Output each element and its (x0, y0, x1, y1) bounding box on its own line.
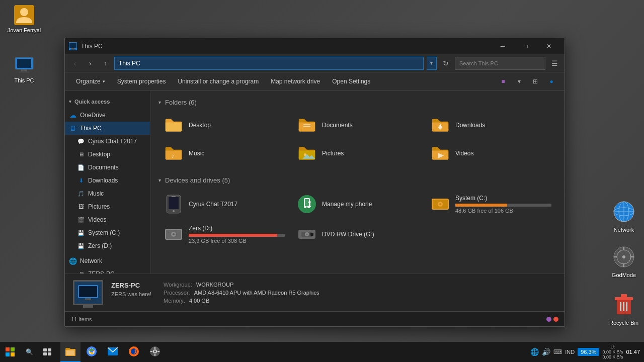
options-button[interactable]: ● (544, 74, 558, 88)
sidebar-quick-access[interactable]: ▾ Quick access (65, 95, 150, 109)
folders-toggle[interactable]: ▾ (158, 100, 161, 105)
folder-item-videos[interactable]: Videos (425, 140, 556, 166)
desktop-icon-this-pc[interactable]: This PC (4, 55, 44, 83)
device-system-c[interactable]: System (C:) 48,6 GB free of 106 GB (425, 190, 556, 218)
uninstall-button[interactable]: Uninstall or change a program (173, 74, 264, 88)
forward-button[interactable]: › (84, 57, 96, 69)
status-dot-1 (546, 317, 551, 322)
back-button[interactable]: ‹ (69, 57, 81, 69)
cyrus-icon: 💬 (77, 137, 85, 145)
sidebar-music-label: Music (88, 190, 104, 197)
open-settings-button[interactable]: Open Settings (327, 74, 375, 88)
sidebar-item-cyrus[interactable]: 💬 Cyrus Chat T2017 (65, 135, 150, 148)
svg-point-47 (439, 203, 441, 205)
taskbar-search-button[interactable]: 🔍 (20, 342, 38, 362)
device-cyrus-chat[interactable]: Cyrus Chat T2017 (158, 190, 290, 218)
search-placeholder: Search This PC (459, 60, 498, 66)
videos-folder-icon (430, 144, 450, 162)
zers-d-bar (189, 234, 277, 237)
quick-access-toggle: ▾ (69, 99, 71, 104)
sysinfo-computer-name-row: ZERS-PC ZERS was here! (111, 282, 151, 304)
address-dropdown[interactable]: ▾ (427, 57, 437, 70)
dvd-drive-name: DVD RW Drive (G:) (322, 231, 418, 238)
sidebar-item-system-c[interactable]: 💾 System (C:) (65, 226, 150, 239)
sidebar-item-desktop[interactable]: 🖥 Desktop (65, 148, 150, 161)
folder-item-downloads[interactable]: Downloads (425, 112, 556, 138)
svg-rect-20 (621, 294, 627, 297)
manage-phone-icon (297, 194, 317, 214)
sidebar-item-documents[interactable]: 📄 Documents (65, 161, 150, 174)
address-bar: ‹ › ↑ This PC ▾ ↻ Search This PC ☰ (65, 54, 565, 72)
memory-value: 4,00 GB (189, 298, 209, 304)
svg-text:♪: ♪ (172, 152, 175, 159)
sidebar-item-downloads[interactable]: ⬇ Downloads (65, 174, 150, 187)
device-zers-d[interactable]: Zers (D:) 23,9 GB free of 308 GB (158, 220, 290, 248)
this-pc-icon (14, 55, 34, 75)
sidebar-item-network[interactable]: 🌐 Network (65, 254, 150, 267)
devices-toggle[interactable]: ▾ (158, 177, 161, 183)
taskbar-mail[interactable] (103, 342, 123, 362)
device-manage-phone[interactable]: Manage my phone (292, 190, 423, 218)
taskbar-settings[interactable] (145, 342, 165, 362)
music-folder-icon: ♪ (164, 144, 184, 162)
device-dvd[interactable]: DVD RW Drive (G:) (292, 220, 423, 248)
organize-button[interactable]: Organize ▾ (71, 74, 110, 88)
view-toggle-2[interactable]: ▾ (512, 74, 526, 88)
map-network-button[interactable]: Map network drive (266, 74, 325, 88)
dvd-drive-icon (297, 224, 317, 244)
up-button[interactable]: ↑ (99, 57, 111, 69)
menu-button[interactable]: ☰ (548, 57, 560, 69)
sysinfo-workgroup-col: Workgroup: WORKGROUP Processor: AMD A8-6… (164, 282, 319, 304)
sort-button[interactable]: ⊞ (528, 74, 542, 88)
maximize-button[interactable]: □ (514, 38, 537, 54)
svg-rect-65 (43, 348, 47, 351)
sidebar-item-this-pc[interactable]: 🖥 This PC (65, 122, 150, 135)
svg-rect-63 (6, 352, 10, 356)
folder-item-pictures[interactable]: Pictures (292, 140, 423, 166)
open-settings-label: Open Settings (332, 78, 370, 85)
battery-indicator[interactable]: 96,3% (578, 348, 599, 356)
minimize-button[interactable]: ─ (491, 38, 514, 54)
system-properties-button[interactable]: System properties (112, 74, 171, 88)
user-icon-label: Jovan Ferryal (8, 27, 41, 33)
system-c-icon (430, 194, 450, 214)
view-toggle-1[interactable]: ■ (496, 74, 510, 88)
sidebar-item-onedrive[interactable]: ☁ OneDrive (65, 109, 150, 122)
taskbar-explorer[interactable] (60, 342, 80, 362)
svg-rect-39 (172, 196, 176, 197)
sidebar-downloads-icon: ⬇ (77, 176, 85, 185)
system-c-bar-container (455, 204, 551, 207)
desktop-icon-user[interactable]: Jovan Ferryal (4, 5, 44, 33)
sidebar-music-icon: 🎵 (77, 190, 85, 198)
sidebar-item-pictures[interactable]: 🖼 Pictures (65, 200, 150, 213)
desktop-icon-godmode[interactable]: GodMode (604, 241, 644, 282)
desktop-icon-network[interactable]: Network (604, 196, 644, 237)
taskbar-chrome[interactable] (82, 342, 102, 362)
sidebar-system-c-label: System (C:) (88, 229, 120, 236)
svg-rect-37 (169, 197, 179, 209)
system-c-name: System (C:) (455, 195, 551, 202)
memory-label: Memory: (164, 298, 185, 304)
close-button[interactable]: ✕ (537, 38, 560, 54)
svg-rect-4 (21, 69, 27, 71)
music-folder-label: Music (189, 150, 204, 157)
address-input[interactable]: This PC (114, 57, 424, 70)
taskbar-firefox[interactable] (124, 342, 144, 362)
sidebar-system-c-icon: 💾 (77, 229, 85, 237)
drive-label: U: (610, 344, 615, 349)
sidebar-item-videos[interactable]: 🎬 Videos (65, 213, 150, 226)
sidebar-item-zers-pc[interactable]: 🖥 ZERS-PC (65, 267, 150, 274)
map-network-label: Map network drive (271, 78, 320, 85)
desktop-folder-icon (164, 116, 184, 134)
refresh-button[interactable]: ↻ (440, 57, 452, 69)
search-box[interactable]: Search This PC (455, 57, 545, 70)
folder-item-music[interactable]: ♪ Music (158, 140, 290, 166)
sidebar-item-zers-d[interactable]: 💾 Zers (D:) (65, 239, 150, 252)
svg-point-38 (173, 210, 175, 212)
sidebar-item-music[interactable]: 🎵 Music (65, 187, 150, 200)
start-button[interactable] (0, 342, 20, 362)
task-view-button[interactable] (38, 342, 56, 362)
folder-item-desktop[interactable]: Desktop (158, 112, 290, 138)
desktop-icon-recycle-bin[interactable]: Recycle Bin (604, 289, 644, 330)
folder-item-documents[interactable]: Documents (292, 112, 423, 138)
